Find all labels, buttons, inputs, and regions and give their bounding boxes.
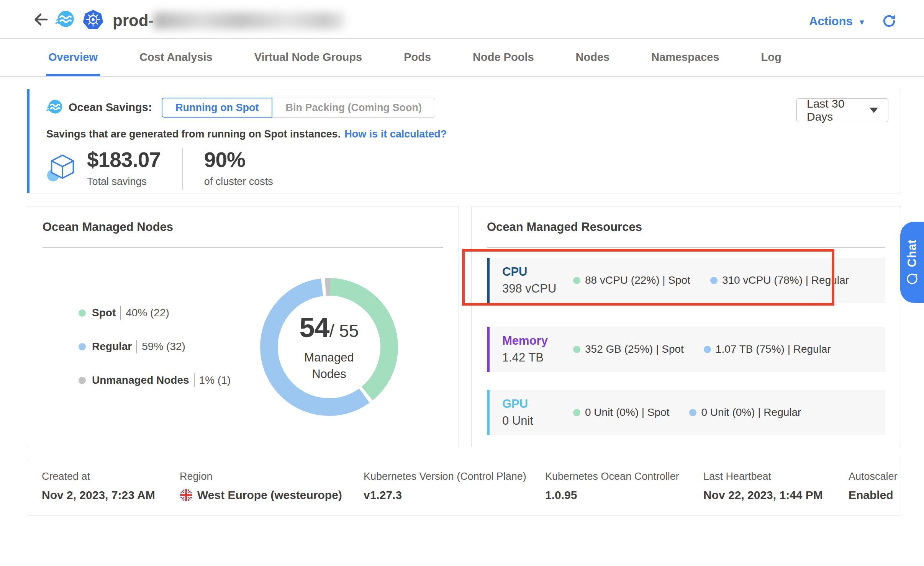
chat-button[interactable]: Chat [900,222,924,303]
tab-log[interactable]: Log [759,40,784,76]
divider [136,340,137,353]
bin-packing-button[interactable]: Bin Packing (Coming Soon) [272,98,435,118]
running-on-spot-button[interactable]: Running on Spot [162,98,272,118]
total-savings-label: Total savings [87,176,161,188]
spot-dot-icon [573,409,580,416]
tab-pods[interactable]: Pods [401,40,433,76]
back-arrow-icon[interactable] [32,11,50,28]
managed-nodes-title: Ocean Managed Nodes [43,220,173,234]
legend-item-regular: Regular 59% (32) [79,339,231,354]
cluster-info-bar: Created at Nov 2, 2023, 7:23 AM Region W… [27,459,901,515]
unmanaged-dot-icon [79,377,86,384]
refresh-icon[interactable] [881,13,897,29]
managed-resources-title: Ocean Managed Resources [487,220,642,234]
divider [487,247,885,248]
info-region: Region West Europe (westeurope) [180,471,342,502]
ocean-logo-icon [54,9,75,30]
uk-flag-icon [180,489,193,502]
period-dropdown[interactable]: Last 30 Days [796,98,888,122]
divider [194,373,195,387]
resource-row-gpu: GPU 0 Unit 0 Unit (0%) | Spot 0 Unit (0%… [487,390,885,435]
ocean-managed-resources-card: Ocean Managed Resources CPU 398 vCPU 88 … [471,206,901,447]
info-autoscaler: Autoscaler Enabled [849,471,898,502]
how-calculated-link[interactable]: How is it calculated? [344,128,447,140]
divider [120,306,121,320]
period-dropdown-value: Last 30 Days [807,97,870,123]
info-last-heartbeat: Last Heartbeat Nov 22, 2023, 1:44 PM [703,471,823,502]
regular-dot-icon [704,346,711,353]
tab-nodes[interactable]: Nodes [573,40,612,76]
ocean-savings-card: Ocean Savings: Running on Spot Bin Packi… [27,89,901,193]
managed-nodes-donut: 54/ 55 Managed Nodes [252,270,406,424]
savings-percent-value: 90% [204,147,273,172]
regular-dot-icon [710,277,718,284]
spot-dot-icon [573,346,580,353]
actions-label: Actions [809,15,853,28]
savings-cube-icon [46,152,79,184]
managed-total: / 55 [329,321,359,341]
spot-dot-icon [79,309,86,317]
donut-center-text: 54/ 55 Managed Nodes [252,312,406,383]
tab-overview[interactable]: Overview [46,40,100,76]
ocean-savings-icon [46,98,63,116]
cluster-title-redacted [153,12,345,29]
chat-label: Chat [905,239,919,267]
savings-description: Savings that are generated from running … [46,128,447,140]
resource-row-memory: Memory 1.42 TB 352 GB (25%) | Spot 1.07 … [487,327,885,372]
total-savings-value: $183.07 [87,147,161,172]
actions-button[interactable]: Actions ▼ [809,15,865,28]
caret-down-icon [870,108,878,113]
info-created-at: Created at Nov 2, 2023, 7:23 AM [42,471,155,502]
caret-down-icon: ▼ [858,18,866,27]
spot-dot-icon [573,277,580,284]
header: prod- Actions ▼ [0,0,924,39]
savings-percent-label: of cluster costs [204,176,273,188]
info-ocean-controller: Kubernetes Ocean Controller 1.0.95 [545,471,679,502]
cluster-title: prod- [113,11,154,30]
nodes-legend: Spot 40% (22) Regular 59% (32) Unmanaged… [79,305,231,406]
tab-cost-analysis[interactable]: Cost Analysis [137,40,215,76]
divider [43,247,443,248]
regular-dot-icon [79,343,86,350]
tab-virtual-node-groups[interactable]: Virtual Node Groups [252,40,364,76]
ocean-savings-label: Ocean Savings: [69,101,152,114]
tab-node-pools[interactable]: Node Pools [470,40,536,76]
managed-nodes-label: Managed Nodes [287,349,371,383]
legend-item-unmanaged: Unmanaged Nodes 1% (1) [79,373,231,388]
tab-namespaces[interactable]: Namespaces [649,40,721,76]
kubernetes-logo-icon [83,9,103,30]
tab-bar: Overview Cost Analysis Virtual Node Grou… [0,40,924,77]
legend-item-spot: Spot 40% (22) [79,305,231,321]
info-k8s-version: Kubernetes Version (Control Plane) v1.27… [364,471,526,502]
regular-dot-icon [689,409,696,416]
managed-count: 54 [300,312,329,343]
chat-bubble-icon [906,272,919,285]
ocean-managed-nodes-card: Ocean Managed Nodes Spot 40% (22) Regula… [27,206,459,447]
divider [182,148,183,190]
savings-toggle-group: Running on Spot Bin Packing (Coming Soon… [162,98,435,118]
resource-row-cpu: CPU 398 vCPU 88 vCPU (22%) | Spot 310 vC… [487,258,885,303]
